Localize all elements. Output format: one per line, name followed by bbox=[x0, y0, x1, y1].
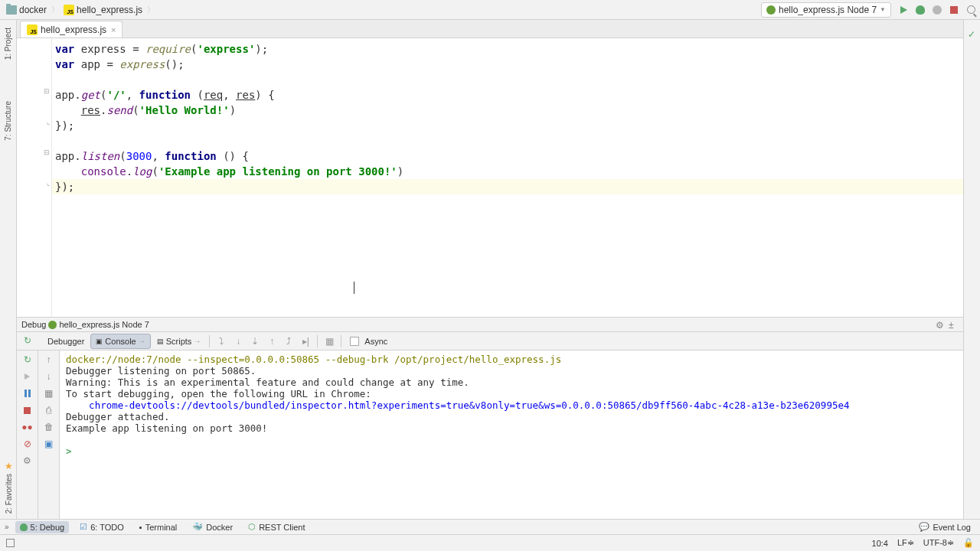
console-output[interactable]: docker://node:7/node --inspect=0.0.0.0:5… bbox=[60, 350, 963, 519]
debug-panel-header: Debug hello_express.js Node 7 ⚙ ± bbox=[17, 317, 963, 332]
console-line: Debugger attached. bbox=[66, 411, 957, 422]
fold-end-icon[interactable]: ⌞ bbox=[47, 179, 50, 187]
debug-button[interactable] bbox=[914, 4, 926, 16]
stop-icon bbox=[950, 6, 958, 14]
structure-tool-tab[interactable]: 7: Structure bbox=[2, 96, 14, 145]
run-configuration-selector[interactable]: hello_express.js Node 7 ▼ bbox=[761, 2, 891, 18]
editor-tab[interactable]: JS hello_express.js × bbox=[20, 21, 122, 37]
breadcrumb-folder[interactable]: docker bbox=[3, 3, 50, 17]
down-stack-button[interactable]: ↓ bbox=[43, 370, 55, 383]
js-file-icon: JS bbox=[64, 5, 74, 15]
chevron-down-icon: ▼ bbox=[880, 6, 886, 13]
async-checkbox[interactable]: Async bbox=[345, 334, 392, 348]
resume-icon bbox=[24, 373, 30, 380]
search-icon bbox=[967, 5, 975, 14]
debug-label: Debug bbox=[21, 320, 46, 329]
code-area[interactable]: var express = require('express'); var ap… bbox=[52, 38, 963, 317]
rerun-button-toolbar[interactable]: ↻ bbox=[21, 334, 34, 347]
coverage-button[interactable] bbox=[931, 4, 943, 16]
filter-button[interactable]: ⎙ bbox=[43, 404, 55, 416]
star-icon: ★ bbox=[3, 461, 14, 471]
fold-end-icon[interactable]: ⌞ bbox=[47, 118, 50, 126]
search-everywhere-button[interactable] bbox=[965, 4, 977, 16]
editor-tab-bar: JS hello_express.js × bbox=[17, 20, 963, 38]
nodejs-icon bbox=[48, 321, 57, 329]
close-tab-button[interactable]: × bbox=[111, 25, 116, 34]
event-log-tool-tab[interactable]: 💬Event Log bbox=[914, 520, 975, 533]
pause-icon bbox=[24, 390, 31, 397]
stop-button[interactable] bbox=[948, 4, 960, 16]
editor-gutter[interactable]: ⊟ ⌞ ⊟ ⌞ bbox=[17, 38, 52, 317]
breadcrumb: docker 〉 JS hello_express.js 〉 bbox=[3, 3, 155, 17]
js-file-icon: JS bbox=[27, 24, 38, 35]
breadcrumb-folder-label: docker bbox=[19, 5, 47, 15]
mute-breakpoints-button[interactable]: ⊘ bbox=[21, 438, 34, 450]
layout-button[interactable]: ▦ bbox=[43, 387, 55, 399]
console-line bbox=[66, 434, 957, 445]
fold-marker-icon[interactable]: ⊟ bbox=[44, 87, 50, 95]
checkbox-icon bbox=[350, 337, 359, 346]
debug-toolbar: Debugger ▣Console→ ▤Scripts→ ⤵ ↓ ⇣ ↑ ⤴ ▸… bbox=[17, 332, 963, 350]
status-indicator-icon[interactable] bbox=[6, 539, 15, 547]
scripts-tab[interactable]: ▤Scripts→ bbox=[152, 334, 206, 348]
view-breakpoints-button[interactable]: ●● bbox=[21, 421, 34, 433]
step-out-button[interactable]: ↑ bbox=[264, 334, 279, 349]
console-line: To start debugging, open the following U… bbox=[66, 388, 957, 399]
file-encoding[interactable]: UTF-8≑ bbox=[923, 538, 954, 548]
docker-tool-tab[interactable]: 🐳Docker bbox=[188, 520, 237, 533]
stop-debug-button[interactable] bbox=[21, 404, 34, 416]
settings-icon[interactable]: ⚙ bbox=[936, 320, 946, 330]
breadcrumb-file-label: hello_express.js bbox=[77, 5, 142, 15]
fold-marker-icon[interactable]: ⊟ bbox=[44, 148, 50, 156]
text-cursor bbox=[354, 282, 354, 294]
bug-icon bbox=[916, 5, 925, 15]
expand-panel-icon[interactable]: » bbox=[5, 523, 9, 531]
line-separator[interactable]: LF≑ bbox=[897, 538, 914, 548]
run-config-label: hello_express.js Node 7 bbox=[779, 5, 877, 15]
breadcrumb-file[interactable]: JS hello_express.js bbox=[60, 3, 145, 17]
console-line: Warning: This is an experimental feature… bbox=[66, 377, 957, 388]
console-link[interactable]: chrome-devtools://devtools/bundled/inspe… bbox=[66, 399, 957, 411]
cursor-position[interactable]: 10:4 bbox=[872, 539, 888, 548]
up-stack-button[interactable]: ↑ bbox=[43, 354, 55, 366]
debug-config-label: hello_express.js Node 7 bbox=[59, 320, 149, 329]
favorites-tool-tab[interactable]: 2: Favorites★ bbox=[2, 456, 15, 518]
bottom-tool-bar: » 5: Debug ☑6: TODO ▪Terminal 🐳Docker ⬡R… bbox=[0, 519, 980, 534]
chevron-right-icon: 〉 bbox=[147, 5, 155, 15]
lock-icon[interactable]: 🔓 bbox=[963, 538, 974, 548]
step-over-button[interactable]: ⤵ bbox=[214, 334, 229, 349]
console-line: Example app listening on port 3000! bbox=[66, 422, 957, 434]
editor-tab-label: hello_express.js bbox=[41, 24, 106, 35]
resume-button[interactable] bbox=[21, 370, 34, 383]
play-icon bbox=[900, 6, 907, 14]
clear-button[interactable]: 🗑 bbox=[43, 421, 55, 433]
debugger-tab[interactable]: Debugger bbox=[43, 334, 89, 348]
step-into-button[interactable]: ↓ bbox=[230, 334, 246, 349]
debug-view-controls: ↑ ↓ ▦ ⎙ 🗑 ▣ bbox=[38, 350, 60, 519]
console-prompt[interactable]: > bbox=[66, 445, 957, 457]
evaluate-expression-button[interactable]: ▦ bbox=[322, 334, 337, 349]
code-editor[interactable]: ⊟ ⌞ ⊟ ⌞ var express = require('express')… bbox=[17, 38, 963, 317]
folder-icon bbox=[6, 5, 17, 15]
run-button[interactable] bbox=[897, 4, 910, 16]
console-line: Debugger listening on port 50865. bbox=[66, 365, 957, 377]
todo-tool-tab[interactable]: ☑6: TODO bbox=[75, 520, 129, 533]
inspection-ok-icon[interactable]: ✓ bbox=[968, 29, 975, 40]
console-tab[interactable]: ▣Console→ bbox=[90, 334, 150, 349]
nodejs-icon bbox=[766, 5, 776, 15]
project-tool-tab[interactable]: 1: Project bbox=[2, 23, 14, 64]
watch-button[interactable]: ▣ bbox=[43, 438, 55, 450]
terminal-tool-tab[interactable]: ▪Terminal bbox=[135, 521, 181, 533]
hide-panel-icon[interactable]: ± bbox=[949, 320, 959, 330]
status-bar: 10:4 LF≑ UTF-8≑ 🔓 bbox=[0, 534, 980, 551]
navigation-bar: docker 〉 JS hello_express.js 〉 hello_exp… bbox=[0, 0, 980, 20]
run-to-cursor-button[interactable]: ▸| bbox=[298, 334, 313, 349]
drop-frame-button[interactable]: ⤴ bbox=[281, 334, 296, 349]
rerun-button[interactable]: ↻ bbox=[21, 354, 34, 366]
rest-client-tool-tab[interactable]: ⬡REST Client bbox=[243, 520, 309, 533]
settings-button[interactable]: ⚙ bbox=[21, 455, 34, 467]
pause-button[interactable] bbox=[21, 387, 34, 399]
force-step-into-button[interactable]: ⇣ bbox=[247, 334, 263, 349]
debug-tool-tab[interactable]: 5: Debug bbox=[15, 521, 70, 533]
left-tool-panel: 1: Project 7: Structure 2: Favorites★ » bbox=[0, 20, 17, 534]
